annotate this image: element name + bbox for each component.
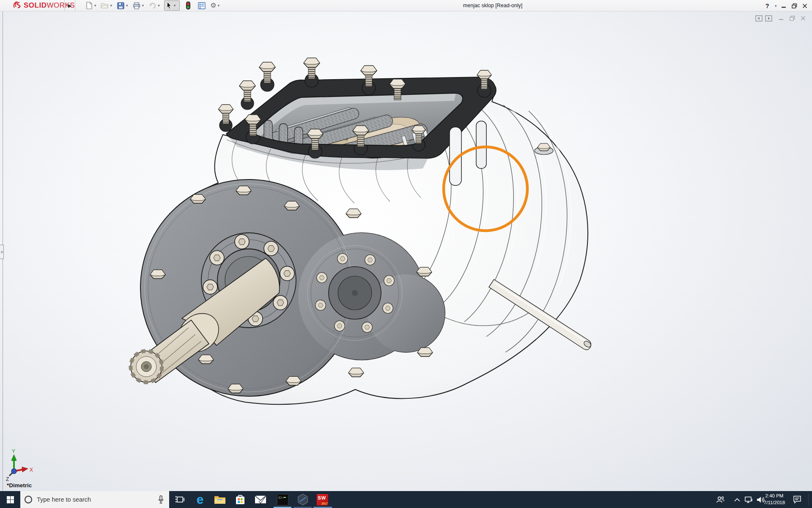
axis-y-label: Y: [12, 448, 15, 454]
orientation-triad: Y X Z: [6, 448, 33, 482]
gearbox-3d-model: Y X Z: [0, 11, 812, 491]
print-icon[interactable]: [132, 1, 141, 10]
restore-button[interactable]: [791, 0, 798, 11]
graphics-viewport[interactable]: Y X Z *Dimetric: [0, 11, 812, 491]
options-gear-icon[interactable]: ⚙: [210, 2, 216, 9]
taskbar-app-mail[interactable]: [251, 491, 270, 508]
print-dropdown-caret[interactable]: ▾: [142, 3, 144, 8]
save-dropdown-caret[interactable]: ▾: [126, 3, 128, 8]
windows-logo-icon: [7, 496, 14, 503]
tray-time: 2:40 PM: [765, 493, 784, 500]
search-input[interactable]: [37, 496, 158, 503]
doc-close-button[interactable]: [800, 14, 806, 22]
undo-icon[interactable]: [148, 1, 156, 10]
undo-dropdown-caret[interactable]: ▾: [158, 3, 160, 8]
edrawings-hexagon-icon: [297, 494, 309, 505]
tray-date: 7/11/2018: [764, 500, 785, 506]
help-dropdown-caret[interactable]: ▾: [774, 0, 779, 11]
taskbar-app-edge[interactable]: e: [190, 491, 210, 508]
show-desktop-divider[interactable]: [808, 494, 809, 505]
file-explorer-icon: [214, 494, 226, 505]
command-prompt-icon: C:\: [277, 494, 288, 505]
axis-z-label: Z: [6, 476, 9, 482]
network-tray-icon[interactable]: [743, 491, 754, 508]
taskbar-clock[interactable]: 2:40 PM 7/11/2018: [761, 491, 787, 508]
task-pane-list-icon[interactable]: [198, 1, 206, 10]
windows-taskbar: e C:: [0, 491, 812, 508]
taskbar-app-store[interactable]: [230, 491, 250, 508]
solidworks-logo: SOLIDWORKS: [0, 0, 75, 11]
start-button[interactable]: [0, 491, 20, 508]
open-dropdown-caret[interactable]: ▾: [110, 3, 112, 8]
action-center-icon: [793, 495, 802, 504]
rebuild-traffic-light-icon[interactable]: [184, 1, 192, 10]
ds-logo-glyph: [13, 1, 24, 10]
taskbar-app-edrawings[interactable]: [293, 491, 313, 508]
solidworks-window: SOLIDWORKS ▶ ▾ ▾ ▾ ▾ ▾: [0, 0, 812, 508]
document-title: menjac sklop [Read-only]: [440, 0, 546, 11]
solidworks-2017-icon: SW 2017: [317, 494, 328, 505]
tray-chevron-icon[interactable]: [732, 491, 743, 508]
task-view-button[interactable]: [170, 491, 189, 508]
new-dropdown-caret[interactable]: ▾: [94, 3, 96, 8]
action-center-button[interactable]: [790, 491, 804, 508]
select-tool-button[interactable]: ▾: [164, 0, 180, 11]
close-button[interactable]: [802, 0, 808, 11]
select-dropdown-caret[interactable]: ▾: [174, 3, 176, 8]
toolbar-flyout-button[interactable]: ▶: [64, 0, 75, 11]
select-arrow-icon: [166, 2, 173, 9]
title-bar: SOLIDWORKS ▶ ▾ ▾ ▾ ▾ ▾: [0, 0, 812, 11]
edge-icon: e: [197, 493, 204, 506]
task-view-icon: [175, 495, 184, 504]
open-icon[interactable]: [101, 1, 109, 10]
taskbar-app-solidworks[interactable]: SW 2017: [313, 491, 332, 508]
microsoft-store-icon: [235, 494, 246, 505]
taskbar-app-file-explorer[interactable]: [210, 491, 230, 508]
axis-x-label: X: [30, 467, 33, 473]
new-document-icon[interactable]: [85, 1, 93, 10]
people-tray-icon[interactable]: [714, 491, 727, 508]
pane-right-button[interactable]: [765, 14, 772, 22]
pane-left-button[interactable]: [755, 14, 763, 22]
spline-coupler: [131, 351, 162, 382]
taskbar-search[interactable]: [20, 491, 169, 508]
quick-toolbar: ▾ ▾ ▾ ▾ ▾ ▾: [85, 0, 224, 11]
taskbar-app-terminal[interactable]: C:\: [273, 491, 292, 508]
doc-minimize-button[interactable]: [778, 14, 784, 22]
save-icon[interactable]: [116, 1, 125, 10]
microphone-icon[interactable]: [158, 495, 164, 504]
view-orientation-label: *Dimetric: [7, 482, 32, 489]
cortana-icon: [24, 495, 33, 504]
help-button[interactable]: ?: [765, 0, 769, 11]
options-dropdown-caret[interactable]: ▾: [218, 3, 220, 8]
mail-icon: [255, 495, 266, 504]
minimize-button[interactable]: [781, 0, 787, 11]
panel-collapse-tab[interactable]: [0, 245, 4, 259]
doc-restore-button[interactable]: [789, 14, 796, 22]
